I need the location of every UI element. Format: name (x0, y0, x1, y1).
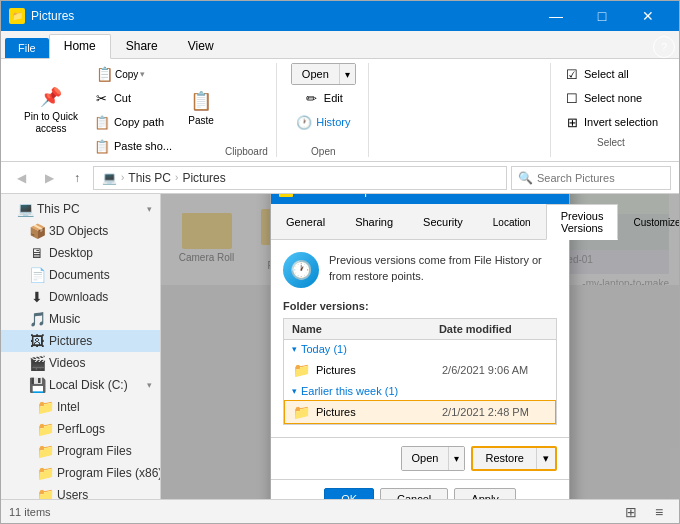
info-text: Previous versions come from File History… (329, 252, 557, 285)
edit-label: Edit (324, 92, 343, 104)
sidebar-item-pictures-label: Pictures (49, 334, 92, 348)
sidebar-item-documents[interactable]: 📄 Documents (1, 264, 160, 286)
sidebar-item-programfiles[interactable]: 📁 Program Files (1, 440, 160, 462)
open-split-button: Open ▾ (291, 63, 356, 85)
sidebar-item-programfilesx86[interactable]: 📁 Program Files (x86) (1, 462, 160, 484)
select-all-button[interactable]: ☑ Select all (559, 63, 663, 85)
localdisk-chevron: ▾ (147, 380, 152, 390)
header-name: Name (284, 319, 431, 339)
versions-table-body: ▾ Today (1) 📁 Pictures 2/6/2021 9:06 AM (284, 340, 556, 424)
perflogs-icon: 📁 (37, 421, 53, 437)
sidebar-item-users[interactable]: 📁 Users (1, 484, 160, 499)
tab-view[interactable]: View (173, 34, 229, 58)
thispc-icon: 💻 (17, 201, 33, 217)
sidebar-item-downloads[interactable]: ⬇ Downloads (1, 286, 160, 308)
invert-selection-label: Invert selection (584, 116, 658, 128)
ribbon-group-select: ☑ Select all ☐ Select none ⊞ Invert sele… (550, 63, 671, 157)
dialog-open-button[interactable]: Open (402, 447, 449, 470)
copy-dropdown-icon: ▾ (140, 69, 145, 79)
sidebar-item-localdisk[interactable]: 💾 Local Disk (C:) ▾ (1, 374, 160, 396)
copy-button[interactable]: 📋 Copy ▾ (89, 63, 177, 85)
dialog-tab-security[interactable]: Security (408, 204, 478, 240)
paste-shortcut-button[interactable]: 📋 Paste sho... (89, 135, 177, 157)
localdisk-icon: 💾 (29, 377, 45, 393)
sidebar-item-desktop[interactable]: 🖥 Desktop (1, 242, 160, 264)
path-pictures[interactable]: Pictures (182, 171, 225, 185)
earlier-row-date: 2/1/2021 2:48 PM (442, 406, 547, 418)
select-none-label: Select none (584, 92, 642, 104)
sidebar-item-3dobjects[interactable]: 📦 3D Objects (1, 220, 160, 242)
sidebar-item-music-label: Music (49, 312, 80, 326)
open-arrow-button[interactable]: ▾ (339, 64, 355, 84)
tab-file[interactable]: File (5, 38, 49, 58)
window-title: Pictures (31, 9, 74, 23)
forward-button[interactable]: ▶ (37, 166, 61, 190)
sidebar-item-videos[interactable]: 🎬 Videos (1, 352, 160, 374)
dialog-tab-sharing[interactable]: Sharing (340, 204, 408, 240)
dialog-tab-previous-versions[interactable]: Previous Versions (546, 204, 619, 240)
select-all-label: Select all (584, 68, 629, 80)
sidebar-item-pictures[interactable]: 🖼 Pictures (1, 330, 160, 352)
dialog-restore-arrow[interactable]: ▾ (536, 448, 555, 469)
dialog-tab-general[interactable]: General (271, 204, 340, 240)
address-path[interactable]: 💻 › This PC › Pictures (93, 166, 507, 190)
dialog-close-button[interactable]: ✕ (531, 194, 561, 204)
restore-icon: 🕐 (283, 252, 319, 288)
versions-row-today-pictures[interactable]: 📁 Pictures 2/6/2021 9:06 AM (284, 358, 556, 382)
up-button[interactable]: ↑ (65, 166, 89, 190)
address-bar: ◀ ▶ ↑ 💻 › This PC › Pictures 🔍 (1, 162, 679, 194)
cut-label: Cut (114, 92, 131, 104)
search-input[interactable] (537, 172, 664, 184)
paste-button[interactable]: 📋 Paste (181, 85, 221, 135)
today-label: Today (1) (301, 343, 347, 355)
edit-button[interactable]: ✏ Edit (299, 87, 348, 109)
close-button[interactable]: ✕ (625, 1, 671, 31)
dialog-restore-button[interactable]: Restore (473, 448, 536, 469)
tab-share[interactable]: Share (111, 34, 173, 58)
history-button[interactable]: 🕐 History (291, 111, 355, 133)
help-button[interactable]: ? (653, 36, 675, 58)
sidebar-item-programfiles-label: Program Files (57, 444, 132, 458)
dialog-tab-customize[interactable]: Customize (618, 204, 679, 240)
copy-path-button[interactable]: 📋 Copy path (89, 111, 177, 133)
users-icon: 📁 (37, 487, 53, 499)
view-large-icons-button[interactable]: ⊞ (619, 500, 643, 524)
sidebar-item-downloads-label: Downloads (49, 290, 108, 304)
sidebar-item-documents-label: Documents (49, 268, 110, 282)
title-bar: 📁 Pictures — □ ✕ (1, 1, 679, 31)
view-details-button[interactable]: ≡ (647, 500, 671, 524)
paste-label: Paste (188, 115, 214, 126)
minimize-button[interactable]: — (533, 1, 579, 31)
sidebar-item-thispc[interactable]: 💻 This PC ▾ (1, 198, 160, 220)
dialog-tab-location[interactable]: Location (478, 204, 546, 240)
programfiles-icon: 📁 (37, 443, 53, 459)
dialog-cancel-button[interactable]: Cancel (380, 488, 448, 500)
cut-button[interactable]: ✂ Cut (89, 87, 177, 109)
sidebar: 💻 This PC ▾ 📦 3D Objects 🖥 Desktop 📄 Doc… (1, 194, 161, 499)
select-none-button[interactable]: ☐ Select none (559, 87, 663, 109)
ribbon-group-open: Open ▾ ✏ Edit 🕐 History Open (279, 63, 369, 157)
copy-path-label: Copy path (114, 116, 164, 128)
history-icon: 🕐 (296, 114, 312, 130)
history-label: History (316, 116, 350, 128)
dialog-ok-button[interactable]: OK (324, 488, 374, 500)
open-main-button[interactable]: Open (292, 64, 339, 84)
sidebar-item-music[interactable]: 🎵 Music (1, 308, 160, 330)
versions-row-earlier-pictures[interactable]: 📁 Pictures 2/1/2021 2:48 PM (284, 400, 556, 424)
dialog-apply-button[interactable]: Apply (454, 488, 516, 500)
dialog-open-arrow[interactable]: ▾ (448, 447, 464, 470)
select-none-icon: ☐ (564, 90, 580, 106)
main-window: 📁 Pictures — □ ✕ File Home Share View ? … (0, 0, 680, 524)
sidebar-item-intel[interactable]: 📁 Intel (1, 396, 160, 418)
main-area: 💻 This PC ▾ 📦 3D Objects 🖥 Desktop 📄 Doc… (1, 194, 679, 499)
path-this-pc[interactable]: This PC (128, 171, 171, 185)
earlier-row-name: Pictures (316, 406, 442, 418)
open-group-label: Open (311, 142, 335, 157)
tab-home[interactable]: Home (49, 34, 111, 59)
dialog-title-text: Pictures Properties (299, 194, 531, 197)
maximize-button[interactable]: □ (579, 1, 625, 31)
pin-to-quick-access-button[interactable]: 📌 Pin to Quickaccess (17, 81, 85, 139)
sidebar-item-perflogs[interactable]: 📁 PerfLogs (1, 418, 160, 440)
back-button[interactable]: ◀ (9, 166, 33, 190)
invert-selection-button[interactable]: ⊞ Invert selection (559, 111, 663, 133)
